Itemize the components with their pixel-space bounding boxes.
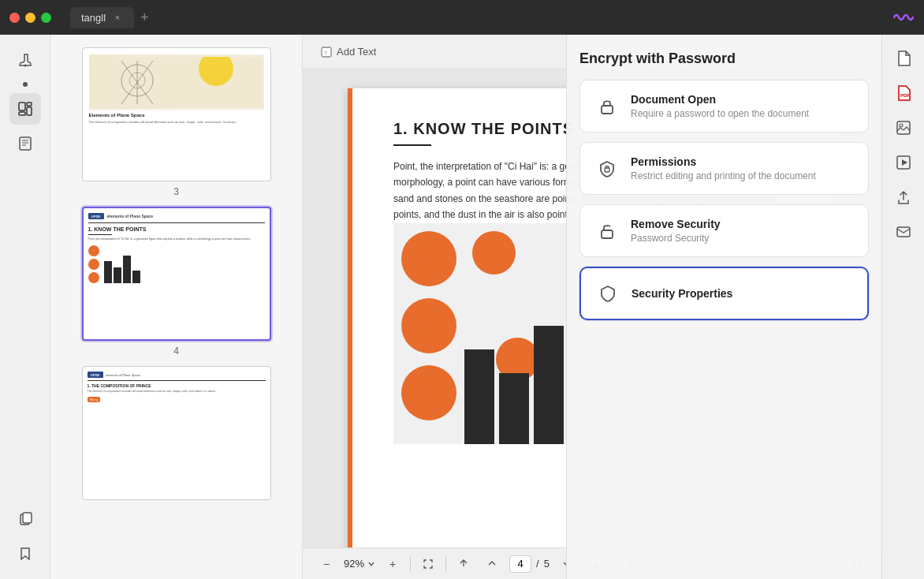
- shield-icon: [595, 281, 620, 306]
- remove-security-title: Remove Security: [631, 218, 721, 230]
- sidebar-icon-bookmark[interactable]: [9, 538, 41, 570]
- prev-page-button[interactable]: [453, 553, 475, 575]
- thumbnails-panel[interactable]: Elements of Plane Space The element of c…: [50, 35, 303, 579]
- permissions-desc: Restrict editing and printing of the doc…: [631, 170, 816, 181]
- left-sidebar: [0, 35, 50, 579]
- option-document-open[interactable]: Document Open Require a password to open…: [579, 80, 869, 133]
- option-permissions[interactable]: Permissions Restrict editing and printin…: [579, 142, 869, 195]
- svg-rect-5: [20, 137, 31, 150]
- fit-page-button[interactable]: [417, 553, 439, 575]
- encrypt-panel: Encrypt with Password Document Open Requ…: [566, 35, 881, 579]
- tab-close-button[interactable]: ×: [112, 12, 123, 23]
- thumb-frame-3[interactable]: Elements of Plane Space The element of c…: [82, 47, 271, 181]
- content-area: T Add Text 1. KNOW THE POINTS Point, the…: [303, 35, 881, 579]
- doc-action-icon[interactable]: [889, 44, 918, 73]
- add-text-button[interactable]: T Add Text: [312, 42, 384, 62]
- page-accent-bar: [348, 88, 352, 547]
- svg-point-23: [900, 124, 903, 127]
- page-nav: 4 / 5: [509, 555, 550, 573]
- option-remove-security[interactable]: Remove Security Password Security: [579, 204, 869, 257]
- remove-security-text: Remove Security Password Security: [631, 218, 721, 244]
- thumb-frame-4[interactable]: UPDB elements of Plane Space 1. KNOW THE…: [82, 207, 271, 341]
- maximize-button[interactable]: [41, 13, 51, 23]
- svg-rect-4: [27, 107, 32, 115]
- close-button[interactable]: [9, 13, 20, 23]
- svg-rect-1: [19, 103, 25, 110]
- add-text-label: Add Text: [337, 46, 376, 58]
- thumb5-logo: UPDB: [88, 372, 103, 378]
- svg-text:T: T: [324, 50, 328, 56]
- thumbnail-page5[interactable]: UPDB elements of Plane Space 1. THE COMP…: [57, 366, 296, 505]
- new-tab-button[interactable]: +: [140, 9, 149, 26]
- svg-text:PDF: PDF: [900, 93, 910, 98]
- page-total: 5: [544, 558, 550, 570]
- svg-point-0: [24, 65, 26, 67]
- zoom-out-button[interactable]: −: [315, 553, 337, 575]
- export-action-icon[interactable]: [889, 183, 918, 211]
- traffic-lights: [9, 13, 51, 23]
- sidebar-icon-copy[interactable]: [9, 503, 41, 535]
- zoom-level: 92%: [344, 558, 375, 570]
- svg-rect-25: [897, 227, 910, 237]
- document-open-desc: Require a password to open the document: [631, 108, 809, 119]
- pdf-action-icon[interactable]: PDF: [889, 79, 918, 107]
- tab-area: tangll × +: [70, 7, 886, 28]
- titlebar: tangll × +: [0, 0, 924, 35]
- sidebar-icon-edit[interactable]: [9, 93, 41, 125]
- security-properties-text: Security Properties: [632, 287, 732, 300]
- page-divider: [393, 144, 431, 146]
- svg-rect-8: [90, 57, 263, 108]
- remove-security-desc: Password Security: [631, 233, 721, 244]
- titlebar-right: [892, 10, 915, 24]
- svg-rect-3: [27, 103, 32, 106]
- page-number-input[interactable]: 4: [509, 555, 531, 573]
- thumbnail-page3[interactable]: Elements of Plane Space The element of c…: [57, 47, 296, 197]
- security-properties-title: Security Properties: [632, 287, 732, 300]
- play-action-icon[interactable]: [889, 148, 918, 177]
- mail-action-icon[interactable]: [889, 218, 918, 246]
- thumb-frame-5[interactable]: UPDB elements of Plane Space 1. THE COMP…: [82, 366, 271, 500]
- tab-tangll[interactable]: tangll ×: [70, 7, 134, 28]
- app-logo: [892, 10, 915, 24]
- toolbar-sep-1: [410, 556, 411, 572]
- svg-rect-18: [602, 106, 613, 114]
- sidebar-icon-pages[interactable]: [9, 128, 41, 159]
- svg-rect-7: [23, 513, 32, 523]
- page-separator: /: [536, 558, 539, 570]
- zoom-in-button[interactable]: +: [382, 553, 404, 575]
- shield-lock-icon: [594, 156, 620, 181]
- right-action-bar: PDF: [881, 35, 924, 579]
- permissions-title: Permissions: [631, 155, 816, 168]
- document-open-title: Document Open: [631, 93, 809, 106]
- sidebar-icon-paint[interactable]: [9, 44, 41, 76]
- image-action-icon[interactable]: [889, 114, 918, 142]
- lock-icon: [594, 94, 620, 119]
- document-open-text: Document Open Require a password to open…: [631, 93, 809, 119]
- page3-number: 3: [173, 186, 179, 197]
- thumbnail-page4[interactable]: UPDB elements of Plane Space 1. KNOW THE…: [57, 207, 296, 357]
- option-security-properties[interactable]: Security Properties: [579, 267, 869, 320]
- toolbar-sep-2: [445, 556, 446, 572]
- page4-number: 4: [173, 346, 179, 357]
- sidebar-dot: [23, 82, 28, 87]
- svg-rect-20: [602, 230, 613, 238]
- page-illustration: [393, 223, 567, 444]
- minimize-button[interactable]: [25, 13, 35, 23]
- panel-title: Encrypt with Password: [579, 50, 869, 67]
- thumb4-logo: UPDB: [88, 213, 104, 219]
- svg-rect-22: [897, 121, 910, 134]
- main-container: Elements of Plane Space The element of c…: [0, 35, 924, 579]
- svg-rect-2: [19, 112, 25, 115]
- up-button[interactable]: [481, 553, 503, 575]
- tab-label: tangll: [81, 12, 106, 24]
- permissions-text: Permissions Restrict editing and printin…: [631, 155, 816, 181]
- svg-rect-19: [605, 168, 609, 172]
- lock-open-icon: [594, 219, 620, 244]
